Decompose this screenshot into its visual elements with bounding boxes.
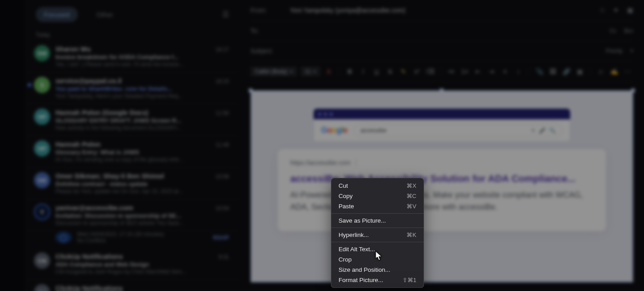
subject: Dofollow contract - status update (55, 181, 229, 187)
image-icon[interactable]: 🖼 (548, 67, 558, 76)
search-icon[interactable]: ☆ (599, 6, 605, 14)
screenshot-content: Google accessibe✕🎤🔍 https://accessibe.co… (251, 91, 633, 282)
meeting-icon: ◯ (55, 232, 72, 243)
rsvp-status: No Conflicts (77, 237, 208, 244)
priority-button[interactable]: Priority (606, 48, 623, 54)
subject: ADA Compliance and Web Design (55, 261, 229, 268)
mail-item[interactable]: Y yanivar@accessibe.com10:54 Invitation:… (25, 199, 240, 231)
search-query: accessibe✕🎤🔍 (354, 124, 563, 137)
sender: service@paypal.co.il (55, 77, 122, 84)
cm-save-picture[interactable]: Save as Picture... (331, 215, 424, 226)
bcc-button[interactable]: Bcc (624, 28, 633, 34)
to-label: To: (250, 27, 282, 34)
mail-item[interactable]: HP Hannah Polon11:49 Glossary Entry: Wha… (25, 136, 240, 168)
mic-icon: 🎤 (539, 127, 546, 134)
mail-item[interactable]: HP Hannah Polon (Google Docs)11:50 GLOSS… (25, 104, 240, 136)
avatar: HP (34, 109, 50, 125)
preview: Yes, I am! :) Please send it over. I'll … (55, 61, 229, 67)
filter-icon[interactable]: ☰ (222, 10, 229, 19)
from-label: From: (250, 7, 282, 14)
sender: ClickUp Notifications (55, 284, 123, 291)
sender: Sharon Wu (55, 45, 91, 53)
chevron-down-icon[interactable]: ▾ (631, 48, 633, 54)
cm-hyperlink[interactable]: Hyperlink...⌘K (331, 230, 424, 240)
mail-item[interactable]: CN ClickUp Notifications (25, 280, 240, 291)
sender: Hannah Polon (55, 140, 101, 148)
link-icon[interactable]: 🔗 (561, 67, 571, 76)
subject: You paid to SharkWrites. com for Details… (55, 85, 229, 92)
font-size-select[interactable]: 11▾ (301, 67, 320, 76)
result-url: https://accessibe.com (290, 159, 351, 166)
highlight-icon[interactable]: ✎ (398, 67, 408, 76)
compose-pane: From: Yoni Yampolsky (yoniya@accessibe.c… (240, 0, 644, 291)
rsvp-row: ◯ Wed 24/04/2023, 17:15 (30 minutes) No … (25, 231, 240, 248)
time: 9:31 (219, 254, 229, 260)
avatar: S (34, 77, 50, 93)
tab-focused[interactable]: Focused (36, 7, 78, 22)
line-spacing-icon[interactable]: ↕ (513, 67, 523, 76)
align-icon[interactable]: ≡ (500, 67, 510, 76)
cm-cut[interactable]: Cut⌘X (331, 181, 424, 191)
time: 10:54 (216, 205, 229, 211)
outdent-icon[interactable]: ⇤ (473, 67, 483, 76)
preview: CM Assigned to Josh Rogov by Chen Marchf… (55, 269, 229, 275)
avatar: CN (34, 253, 50, 269)
number-list-icon[interactable]: 1≡ (460, 67, 470, 76)
window-dot-icon (330, 113, 333, 116)
avatar: OD (34, 172, 50, 188)
bullet-list-icon[interactable]: •≡ (446, 67, 456, 76)
more-icon[interactable]: ✦ (613, 6, 619, 14)
preview: Please do Yoni, update me On Sun, Apr 23… (55, 188, 229, 194)
time: 18:15 (216, 78, 229, 84)
italic-icon[interactable]: I (358, 67, 368, 76)
mail-item[interactable]: OD Omer Dikman; Shay-li Ben Shimol10:58 … (25, 168, 240, 199)
tab-other[interactable]: Other (89, 7, 122, 22)
mail-item[interactable]: S service@paypal.co.il18:15 You paid to … (25, 72, 240, 104)
clear-format-icon[interactable]: ⌫ (425, 67, 435, 76)
subject: GLOSSARY ENTRY DRAFT: JAWS Screen R... (55, 117, 229, 124)
table-icon[interactable]: ▦ (575, 67, 585, 76)
expand-icon[interactable]: ▣ (627, 6, 633, 14)
clear-icon: ✕ (531, 127, 535, 134)
cc-button[interactable]: Cc (610, 28, 616, 34)
inserted-image[interactable]: Google accessibe✕🎤🔍 https://accessibe.co… (250, 90, 633, 283)
underline-icon[interactable]: U (372, 67, 381, 76)
from-value[interactable]: Yoni Yampolsky (yoniya@accessibe.com) (290, 7, 591, 14)
preview: Discussion re sponsorship of SEO article… (55, 220, 229, 226)
sender: Omer Dikman; Shay-li Ben Shimol (55, 172, 164, 180)
cm-edit-alt-text[interactable]: Edit Alt Text... (331, 244, 424, 254)
google-logo-icon: Google (321, 126, 347, 135)
font-select[interactable]: Calibri (Body)▾ (250, 67, 297, 76)
unread-dot-icon (28, 83, 31, 87)
strike-icon[interactable]: S̶ (385, 67, 395, 76)
time: 18:17 (216, 46, 229, 53)
cm-paste[interactable]: Paste⌘V (331, 201, 424, 211)
preview: Hi Yoni, I'm sending over a copy of the … (55, 156, 229, 163)
indent-icon[interactable]: ⇥ (487, 67, 496, 76)
section-today: Today (25, 29, 240, 41)
time: 11:50 (216, 110, 229, 116)
signature-icon[interactable]: ✍ (609, 67, 619, 76)
more-tools-icon[interactable]: ⋯ (623, 67, 632, 76)
mail-item[interactable]: CN ClickUp Notifications9:31 ADA Complia… (25, 248, 240, 280)
subject-label: Subject: (250, 47, 282, 55)
sender: ClickUp Notifications (55, 253, 123, 260)
cm-copy[interactable]: Copy⌘C (331, 191, 424, 201)
cm-size-position[interactable]: Size and Position... (331, 265, 424, 275)
mail-item[interactable]: SW Sharon Wu18:17 Invoice breakdown for … (25, 41, 240, 72)
font-color-icon[interactable]: A (324, 67, 334, 76)
rsvp-button[interactable]: RSVP (213, 234, 229, 241)
avatar: CN (34, 284, 50, 291)
search-result: https://accessibe.com| accessiBe: Web Ac… (278, 149, 606, 231)
browser-titlebar (314, 109, 570, 119)
context-menu: Cut⌘X Copy⌘C Paste⌘V Save as Picture... … (331, 178, 424, 288)
cm-format-picture[interactable]: Format Picture...⇧⌘1 (331, 275, 424, 285)
avatar: HP (34, 140, 50, 156)
bold-icon[interactable]: B (345, 67, 355, 76)
attach-icon[interactable]: 📎 (534, 67, 544, 76)
superscript-icon[interactable]: x² (412, 67, 422, 76)
cm-crop[interactable]: Crop (331, 254, 424, 265)
avatar: SW (34, 45, 50, 61)
emoji-icon[interactable]: ☺ (596, 67, 606, 76)
time: 11:49 (216, 142, 229, 148)
